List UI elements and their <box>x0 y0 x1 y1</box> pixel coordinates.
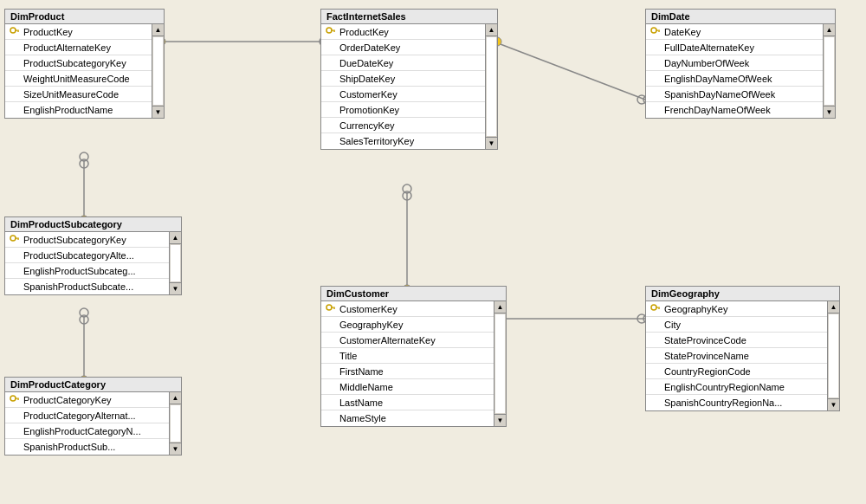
table-row: CountryRegionCode <box>646 364 827 379</box>
no-key-icon <box>650 381 662 393</box>
table-DimDate[interactable]: DimDate DateKey FullDateAlternateKey <box>645 9 836 119</box>
scroll-up[interactable]: ▲ <box>824 24 835 36</box>
table-row: ProductSubcategoryKey <box>5 232 169 248</box>
no-key-icon <box>325 104 337 116</box>
no-key-icon <box>9 73 21 85</box>
no-key-icon <box>650 73 662 85</box>
scroll-down[interactable]: ▼ <box>494 414 506 426</box>
scroll-up[interactable]: ▲ <box>170 232 181 244</box>
key-icon <box>325 26 337 38</box>
table-row: WeightUnitMeasureCode <box>5 71 152 87</box>
scroll-up[interactable]: ▲ <box>152 24 164 36</box>
no-key-icon <box>9 410 21 422</box>
svg-point-11 <box>80 159 88 168</box>
field-name: StateProvinceCode <box>664 335 746 346</box>
svg-rect-26 <box>17 30 19 31</box>
table-DimProductCategory[interactable]: DimProductCategory ProductCategoryKey Pr… <box>4 377 182 456</box>
field-name: SpanishDayNameOfWeek <box>664 89 775 100</box>
table-DimProduct[interactable]: DimProduct ProductKey ProductAlternateKe… <box>4 9 165 119</box>
table-DimCustomer[interactable]: DimCustomer CustomerKey GeographyKey <box>320 286 507 427</box>
table-DimProductSubcategory[interactable]: DimProductSubcategory ProductSubcategory… <box>4 216 182 295</box>
field-name: GeographyKey <box>339 320 403 330</box>
table-row: PromotionKey <box>321 102 485 118</box>
table-FactInternetSales[interactable]: FactInternetSales ProductKey OrderDateKe… <box>320 9 498 150</box>
table-row: DayNumberOfWeek <box>646 55 823 71</box>
no-key-icon <box>325 334 337 346</box>
field-name: City <box>664 320 681 330</box>
field-name: ProductSubcategoryAlte... <box>23 250 134 261</box>
svg-rect-32 <box>17 398 19 399</box>
field-name: GeographyKey <box>664 304 727 314</box>
scroll-down[interactable]: ▼ <box>152 106 164 118</box>
table-row: StateProvinceName <box>646 348 827 364</box>
table-body-DimCustomer: CustomerKey GeographyKey CustomerAlterna… <box>321 301 506 426</box>
table-row: ProductCategoryKey <box>5 392 169 408</box>
table-row: SpanishCountryRegionNa... <box>646 395 827 410</box>
no-key-icon <box>325 42 337 54</box>
svg-rect-25 <box>15 29 19 30</box>
no-key-icon <box>9 249 21 262</box>
table-body-DimGeography: GeographyKey City StateProvinceCode Stat… <box>646 301 839 410</box>
no-key-icon <box>325 381 337 393</box>
field-name: ProductKey <box>23 27 73 37</box>
field-name: ProductCategoryKey <box>23 395 112 405</box>
scroll-down[interactable]: ▼ <box>170 443 181 455</box>
table-body-DimProductSubcategory: ProductSubcategoryKey ProductSubcategory… <box>5 232 181 294</box>
scroll-up[interactable]: ▲ <box>486 24 497 36</box>
svg-rect-29 <box>17 238 19 239</box>
table-header-DimProductSubcategory: DimProductSubcategory <box>5 217 181 232</box>
field-name: CustomerKey <box>339 89 397 100</box>
field-name: EnglishProductCategoryN... <box>23 426 141 436</box>
field-name: FullDateAlternateKey <box>664 42 754 53</box>
no-key-icon <box>325 120 337 132</box>
table-header-DimDate: DimDate <box>646 10 835 24</box>
svg-rect-35 <box>333 30 335 31</box>
svg-point-18 <box>403 184 411 193</box>
scroll-down[interactable]: ▼ <box>170 282 181 294</box>
no-key-icon <box>650 350 662 362</box>
scroll-up[interactable]: ▲ <box>494 301 506 313</box>
scroll-down[interactable]: ▼ <box>824 106 835 118</box>
field-name: SpanishCountryRegionNa... <box>664 397 782 408</box>
diagram-canvas: DimProduct ProductKey ProductAlternateKe… <box>0 0 866 504</box>
scroll-up[interactable]: ▲ <box>828 301 839 313</box>
svg-line-4 <box>494 42 645 100</box>
field-name: LastName <box>339 397 383 408</box>
no-key-icon <box>325 88 337 100</box>
table-row: SalesTerritoryKey <box>321 133 485 149</box>
field-name: Title <box>339 351 357 361</box>
field-name: SpanishProductSub... <box>23 442 115 452</box>
table-row: CustomerAlternateKey <box>321 333 494 348</box>
field-name: CurrencyKey <box>339 120 395 131</box>
table-row: DueDateKey <box>321 55 485 71</box>
field-name: FirstName <box>339 366 384 377</box>
field-name: MiddleName <box>339 382 393 392</box>
table-DimGeography[interactable]: DimGeography GeographyKey City <box>645 286 840 411</box>
scroll-up[interactable]: ▲ <box>170 392 181 404</box>
field-name: ProductSubcategoryKey <box>23 58 126 68</box>
table-row: EnglishCountryRegionName <box>646 379 827 395</box>
no-key-icon <box>325 135 337 147</box>
field-name: SizeUnitMeasureCode <box>23 89 119 100</box>
no-key-icon <box>650 104 662 116</box>
field-name: DateKey <box>664 27 701 37</box>
no-key-icon <box>9 57 21 69</box>
no-key-icon <box>650 88 662 100</box>
table-row: ProductCategoryAlternat... <box>5 408 169 423</box>
no-key-icon <box>650 397 662 409</box>
table-row: ProductKey <box>5 24 152 40</box>
field-name: NameStyle <box>339 413 386 423</box>
field-name: EnglishCountryRegionName <box>664 382 785 392</box>
table-row: ProductSubcategoryKey <box>5 55 152 71</box>
field-name: PromotionKey <box>339 105 399 115</box>
table-row: GeographyKey <box>321 317 494 333</box>
field-name: StateProvinceName <box>664 351 749 361</box>
svg-rect-37 <box>656 29 660 30</box>
scroll-down[interactable]: ▼ <box>828 398 839 410</box>
table-header-DimGeography: DimGeography <box>646 287 839 301</box>
scroll-down[interactable]: ▼ <box>486 137 497 149</box>
field-name: ShipDateKey <box>339 74 395 84</box>
table-header-DimProductCategory: DimProductCategory <box>5 378 181 392</box>
svg-rect-40 <box>331 307 335 307</box>
table-row: LastName <box>321 395 494 410</box>
